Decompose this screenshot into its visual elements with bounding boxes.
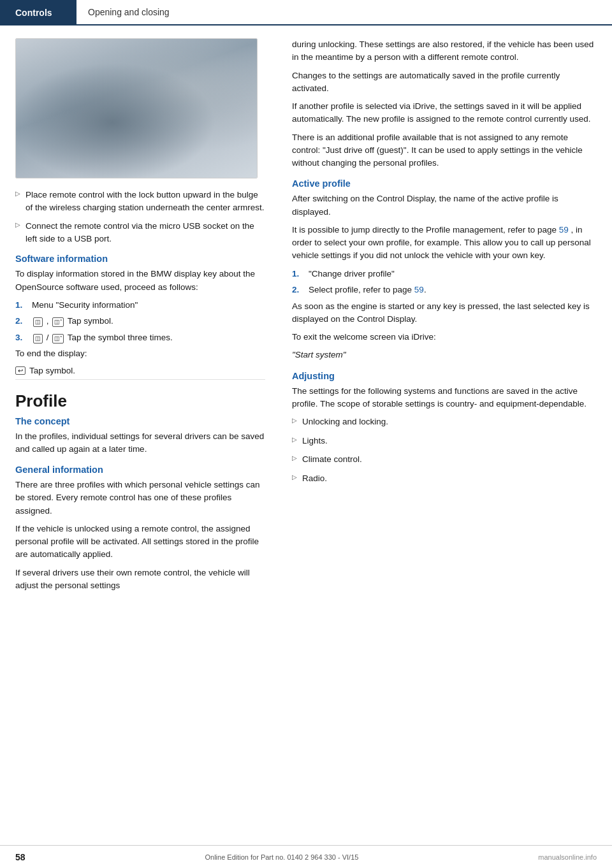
icon-grid-3: ◫ bbox=[33, 334, 43, 344]
general-info-para-2: If the vehicle is unlocked using a remot… bbox=[15, 523, 265, 561]
adjusting-heading: Adjusting bbox=[292, 371, 597, 381]
active-num-2-text: Select profile, refer to page 59. bbox=[309, 284, 426, 296]
footer-page-number: 58 bbox=[15, 852, 26, 862]
adj-bullet-text-2: Lights. bbox=[302, 435, 328, 447]
numbered-item-1: 1. Menu "Security information" bbox=[15, 299, 265, 312]
car-image-inner bbox=[16, 39, 257, 178]
icon-grid-1: ◫ bbox=[33, 317, 43, 327]
footer-center-text: Online Edition for Part no. 0140 2 964 3… bbox=[205, 853, 358, 861]
continued-text: during unlocking. These settings are als… bbox=[292, 38, 597, 64]
adj-bullet-arrow-4: ▷ bbox=[292, 473, 297, 485]
section-text: Opening and closing bbox=[88, 7, 170, 17]
main-content: ▷ Place remote control with the lock but… bbox=[0, 25, 612, 610]
num-3-text-label: Tap the symbol three times. bbox=[68, 333, 173, 342]
bullet-item-1: ▷ Place remote control with the lock but… bbox=[15, 189, 265, 213]
num-1-text: Menu "Security information" bbox=[32, 299, 138, 312]
active-body3: As soon as the engine is started or any … bbox=[292, 300, 597, 326]
active-profile-body1: After switching on the Control Display, … bbox=[292, 192, 597, 219]
end-display-text: To end the display: bbox=[15, 347, 265, 360]
left-column: ▷ Place remote control with the lock but… bbox=[0, 25, 280, 610]
divider bbox=[15, 379, 265, 380]
numbered-item-2: 2. ◫ , ◫ˆ Tap symbol. bbox=[15, 315, 265, 328]
active-body4: To exit the welcome screen via iDrive: bbox=[292, 331, 597, 344]
active-num-2-label: 2. bbox=[292, 284, 303, 296]
controls-text: Controls bbox=[15, 8, 52, 18]
num-3-text: ◫ / ◫ˆ Tap the symbol three times. bbox=[32, 331, 173, 344]
software-heading: Software information bbox=[15, 254, 265, 264]
adjusting-bullet-3: ▷ Climate control. bbox=[292, 453, 597, 466]
bullet-text-1: Place remote control with the lock butto… bbox=[26, 189, 265, 213]
bullet-item-2: ▷ Connect the remote control via the mic… bbox=[15, 220, 265, 245]
num-1-label: 1. bbox=[15, 299, 27, 312]
num-2-text: ◫ , ◫ˆ Tap symbol. bbox=[32, 315, 113, 328]
car-image bbox=[15, 38, 258, 178]
general-info-para-3: If several drivers use their own remote … bbox=[15, 567, 265, 593]
adj-bullet-text-3: Climate control. bbox=[302, 453, 362, 466]
concept-heading: The concept bbox=[15, 416, 265, 426]
active-profile-heading: Active profile bbox=[292, 178, 597, 189]
num-2-text-label: Tap symbol. bbox=[68, 316, 113, 326]
para-3: If another profile is selected via iDriv… bbox=[292, 100, 597, 126]
active-num-1-label: 1. bbox=[292, 268, 303, 280]
active-link2: 59 bbox=[414, 285, 424, 294]
bullet-arrow-1: ▷ bbox=[15, 189, 20, 213]
page-footer: 58 Online Edition for Part no. 0140 2 96… bbox=[0, 845, 612, 868]
general-info-para-1: There are three profiles with which pers… bbox=[15, 479, 265, 517]
active-num-1-text: "Change driver profile" bbox=[309, 268, 395, 280]
adjusting-bullet-2: ▷ Lights. bbox=[292, 435, 597, 447]
active-profile-link1: 59 bbox=[559, 225, 569, 235]
icon-grid-2: ◫ˆ bbox=[52, 317, 64, 327]
adj-bullet-arrow-2: ▷ bbox=[292, 435, 297, 447]
num-2-label: 2. bbox=[15, 315, 27, 328]
icon-grid-4: ◫ˆ bbox=[52, 334, 64, 344]
software-body: To display information stored in the BMW… bbox=[15, 268, 265, 294]
start-system-label: "Start system" bbox=[292, 349, 597, 361]
adj-bullet-text-4: Radio. bbox=[302, 472, 327, 485]
adj-bullet-arrow-3: ▷ bbox=[292, 454, 297, 466]
num-3-label: 3. bbox=[15, 331, 27, 344]
back-symbol-icon: ↩ bbox=[15, 366, 26, 375]
general-info-heading: General information bbox=[15, 465, 265, 475]
active-numbered-1: 1. "Change driver profile" bbox=[292, 268, 597, 280]
header-controls-label: Controls bbox=[0, 0, 76, 25]
adjusting-body: The settings for the following systems a… bbox=[292, 385, 597, 411]
bullet-arrow-2: ▷ bbox=[15, 221, 20, 245]
page-header: Controls Opening and closing bbox=[0, 0, 612, 25]
bullet-text-2: Connect the remote control via the micro… bbox=[26, 220, 265, 245]
adj-bullet-arrow-1: ▷ bbox=[292, 416, 297, 428]
concept-body: In the profiles, individual settings for… bbox=[15, 430, 265, 456]
footer-watermark: manualsonline.info bbox=[538, 853, 597, 861]
right-column: during unlocking. These settings are als… bbox=[280, 25, 612, 610]
adjusting-bullet-4: ▷ Radio. bbox=[292, 472, 597, 485]
para-4: There is an additional profile available… bbox=[292, 131, 597, 170]
adj-bullet-text-1: Unlocking and locking. bbox=[302, 416, 388, 428]
adjusting-bullet-1: ▷ Unlocking and locking. bbox=[292, 416, 597, 428]
active-profile-body2: It is possible to jump directly to the P… bbox=[292, 224, 597, 263]
active-num-2-text-label: Select profile, refer to page bbox=[309, 285, 412, 294]
tap-symbol-text: Tap symbol. bbox=[29, 366, 75, 375]
active-numbered-2: 2. Select profile, refer to page 59. bbox=[292, 284, 597, 296]
profile-heading: Profile bbox=[15, 391, 265, 411]
para-2: Changes to the settings are automaticall… bbox=[292, 69, 597, 96]
tap-symbol-line: ↩ Tap symbol. bbox=[15, 366, 265, 375]
active-profile-body2-text: It is possible to jump directly to the P… bbox=[292, 225, 557, 235]
header-section-label: Opening and closing bbox=[76, 0, 612, 25]
numbered-item-3: 3. ◫ / ◫ˆ Tap the symbol three times. bbox=[15, 331, 265, 344]
